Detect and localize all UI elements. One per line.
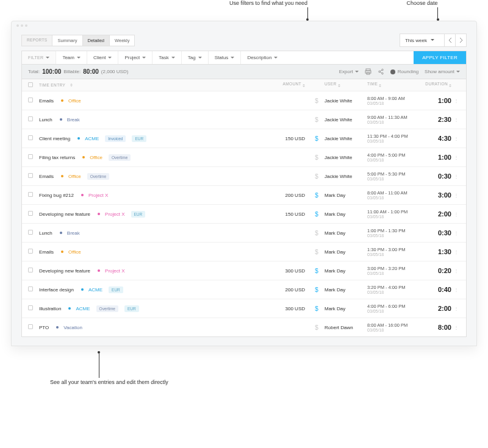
dollar-icon[interactable]: $: [315, 268, 318, 274]
col-user[interactable]: USER: [325, 82, 337, 86]
filter-task[interactable]: Task: [152, 51, 181, 64]
row-actions-icon[interactable]: ⋮: [454, 230, 458, 236]
row-actions-icon[interactable]: ⋮: [454, 325, 458, 330]
filter-description[interactable]: Description: [241, 51, 284, 64]
dollar-icon[interactable]: $: [315, 324, 318, 331]
amount-cell: 200 USD: [272, 193, 309, 198]
row-checkbox[interactable]: [28, 154, 33, 159]
filter-tag[interactable]: Tag: [182, 51, 209, 64]
time-date: 03/05/18: [367, 233, 421, 238]
row-actions-icon[interactable]: ⋮: [454, 155, 458, 160]
dollar-icon[interactable]: $: [315, 173, 318, 180]
table-row[interactable]: PTO Vacation $ Robert Dawn 8:00 AM - 16:…: [22, 318, 466, 336]
time-range: 8:00 AM - 9:00 AM: [367, 96, 421, 101]
row-checkbox[interactable]: [28, 324, 33, 329]
filter-team[interactable]: Team: [56, 51, 87, 64]
col-entry[interactable]: TIME ENTRY: [39, 83, 65, 87]
table-row[interactable]: Developing new feature Project X 300 USD…: [22, 261, 466, 280]
billable-value: 80:00: [83, 68, 99, 75]
show-amount-dropdown[interactable]: Show amount: [425, 69, 460, 74]
row-actions-icon[interactable]: ⋮: [454, 212, 458, 217]
table-row[interactable]: Emails Office $ Jackie White 8:00 AM - 9…: [22, 91, 466, 110]
user-cell: Jackie White: [325, 117, 367, 123]
table-row[interactable]: Filing tax returns Office Overtime $ Jac…: [22, 148, 466, 167]
duration-cell: 1:00: [438, 154, 451, 161]
row-actions-icon[interactable]: ⋮: [454, 117, 458, 123]
dollar-icon[interactable]: $: [315, 249, 318, 255]
dollar-icon[interactable]: $: [315, 135, 318, 142]
date-label[interactable]: This week: [400, 35, 444, 46]
tab-weekly[interactable]: Weekly: [110, 35, 134, 46]
toggle-icon: [390, 69, 395, 74]
time-range: 4:00 PM - 5:00 PM: [367, 152, 421, 158]
time-date: 03/05/18: [367, 177, 421, 181]
table-row[interactable]: Client meeting ACME InvoicedEUR 150 USD …: [22, 129, 466, 148]
table-row[interactable]: Emails Office $ Mark Day 1:30 PM - 3:00 …: [22, 243, 466, 261]
rounding-toggle[interactable]: Rounding: [390, 69, 418, 74]
amount-cell: 300 USD: [272, 306, 309, 311]
col-amount[interactable]: AMOUNT: [282, 82, 301, 86]
dollar-icon[interactable]: $: [315, 116, 318, 123]
duration-cell: 0:40: [438, 286, 451, 293]
filter-status[interactable]: Status: [209, 51, 242, 64]
date-prev-button[interactable]: [444, 34, 455, 46]
project-name: Project X: [105, 212, 124, 217]
summary-bar: Total: 100:00 Billable: 80:00 (2,000 USD…: [21, 65, 467, 79]
total-value: 100:00: [42, 68, 61, 75]
dollar-icon[interactable]: $: [315, 98, 318, 104]
row-actions-icon[interactable]: ⋮: [454, 268, 458, 274]
row-checkbox[interactable]: [28, 249, 33, 254]
table-row[interactable]: Emails Office Overtime $ Jackie White 5:…: [22, 167, 466, 186]
tab-summary[interactable]: Summary: [52, 35, 82, 46]
export-dropdown[interactable]: Export: [339, 69, 359, 74]
row-checkbox[interactable]: [28, 286, 33, 291]
dollar-icon[interactable]: $: [315, 211, 318, 218]
table-row[interactable]: Lunch Break $ Jackie White 9:00 AM - 11:…: [22, 110, 466, 129]
dollar-icon[interactable]: $: [315, 286, 318, 293]
time-date: 03/05/18: [367, 290, 421, 294]
select-all-checkbox[interactable]: [28, 82, 33, 87]
date-next-button[interactable]: [455, 34, 466, 46]
filter-project[interactable]: Project: [118, 51, 152, 64]
dollar-icon[interactable]: $: [315, 192, 318, 199]
row-actions-icon[interactable]: ⋮: [454, 249, 458, 255]
user-cell: Robert Dawn: [325, 325, 367, 330]
col-time[interactable]: TIME: [367, 82, 378, 86]
filter-prefix[interactable]: FILTER: [22, 51, 56, 64]
row-actions-icon[interactable]: ⋮: [454, 174, 458, 179]
table-row[interactable]: Illustration ACME OvertimeEUR 300 USD $ …: [22, 299, 466, 318]
row-actions-icon[interactable]: ⋮: [454, 287, 458, 293]
row-checkbox[interactable]: [28, 305, 33, 310]
dollar-icon[interactable]: $: [315, 230, 318, 236]
print-icon[interactable]: [365, 68, 371, 75]
dollar-icon[interactable]: $: [315, 154, 318, 161]
entry-title: Emails: [39, 174, 54, 179]
amount-cell: 150 USD: [272, 212, 309, 217]
row-checkbox[interactable]: [28, 116, 33, 121]
tab-detailed[interactable]: Detailed: [83, 35, 110, 46]
row-actions-icon[interactable]: ⋮: [454, 306, 458, 311]
row-checkbox[interactable]: [28, 173, 33, 178]
project-dot-icon: [82, 156, 85, 158]
row-actions-icon[interactable]: ⋮: [454, 136, 458, 141]
project-name: Office: [90, 155, 102, 160]
dollar-icon[interactable]: $: [315, 305, 318, 312]
share-icon[interactable]: [378, 68, 384, 75]
table-row[interactable]: Developing new feature Project X EUR 150…: [22, 205, 466, 224]
row-checkbox[interactable]: [28, 192, 33, 197]
col-duration[interactable]: DURATION: [425, 82, 448, 86]
row-checkbox[interactable]: [28, 211, 33, 216]
table-row[interactable]: Fixing bug #212 Project X 200 USD $ Mark…: [22, 186, 466, 205]
apply-filter-button[interactable]: APPLY FILTER: [414, 51, 466, 64]
row-checkbox[interactable]: [28, 268, 33, 272]
date-picker[interactable]: This week: [400, 34, 467, 47]
row-checkbox[interactable]: [28, 98, 33, 102]
table-row[interactable]: Lunch Break $ Mark Day 1:00 PM - 1:30 PM…: [22, 224, 466, 243]
row-actions-icon[interactable]: ⋮: [454, 193, 458, 198]
row-actions-icon[interactable]: ⋮: [454, 98, 458, 104]
row-checkbox[interactable]: [28, 230, 33, 235]
time-date: 03/05/18: [367, 215, 421, 219]
table-row[interactable]: Interface design ACME EUR 200 USD $ Mark…: [22, 280, 466, 299]
filter-client[interactable]: Client: [87, 51, 118, 64]
row-checkbox[interactable]: [28, 135, 33, 140]
